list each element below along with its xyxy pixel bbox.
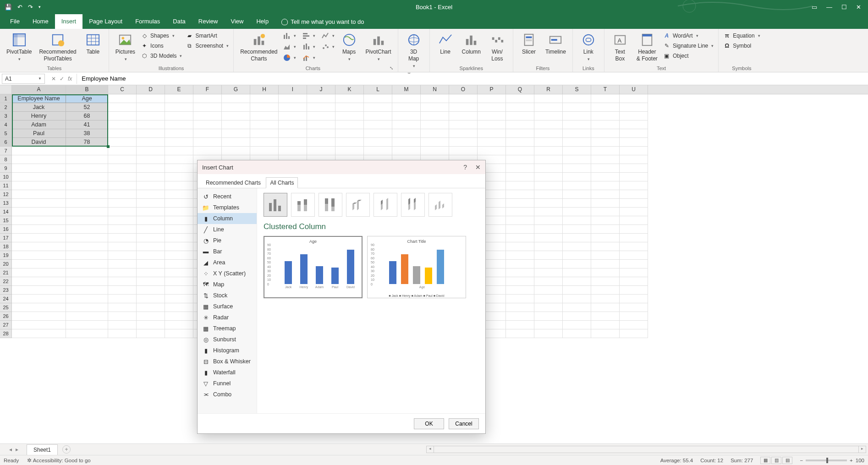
cell-D25[interactable]: [137, 303, 165, 312]
cell-U3[interactable]: [620, 112, 648, 120]
cell-D4[interactable]: [137, 120, 165, 129]
cell-M6[interactable]: [392, 138, 421, 147]
cell-D12[interactable]: [137, 190, 165, 199]
cell-C13[interactable]: [108, 199, 137, 208]
column-chart-dropdown[interactable]: ▾: [282, 32, 297, 40]
cell-T21[interactable]: [591, 268, 620, 277]
cell-R23[interactable]: [534, 286, 563, 295]
chart-preview-1[interactable]: Age JackHenryAdamPaulDavid01020304050607…: [264, 236, 363, 298]
cell-E3[interactable]: [165, 112, 193, 120]
cell-F5[interactable]: [193, 129, 222, 138]
cell-C17[interactable]: [108, 234, 137, 242]
cell-S5[interactable]: [563, 129, 591, 138]
cell-R20[interactable]: [534, 260, 563, 268]
cell-J7[interactable]: [307, 147, 335, 155]
cell-T18[interactable]: [591, 242, 620, 251]
cell-L4[interactable]: [364, 120, 392, 129]
cell-C4[interactable]: [108, 120, 137, 129]
cell-T20[interactable]: [591, 260, 620, 268]
cell-C14[interactable]: [108, 208, 137, 216]
view-normal-icon[interactable]: ▦: [760, 457, 770, 464]
cell-U6[interactable]: [620, 138, 648, 147]
cell-S18[interactable]: [563, 242, 591, 251]
cell-E22[interactable]: [165, 277, 193, 286]
cell-T24[interactable]: [591, 295, 620, 303]
select-all-corner[interactable]: [0, 85, 12, 94]
cell-C9[interactable]: [108, 164, 137, 173]
cell-Q11[interactable]: [506, 181, 534, 190]
cell-P2[interactable]: [478, 103, 506, 112]
cell-U24[interactable]: [620, 295, 648, 303]
cell-K4[interactable]: [335, 120, 364, 129]
cell-H3[interactable]: [250, 112, 279, 120]
cell-E18[interactable]: [165, 242, 193, 251]
cell-L6[interactable]: [364, 138, 392, 147]
cell-C24[interactable]: [108, 295, 137, 303]
chart-category-templates[interactable]: 📁Templates: [198, 202, 257, 213]
cell-A21[interactable]: [12, 268, 66, 277]
cell-O4[interactable]: [449, 120, 478, 129]
cell-D15[interactable]: [137, 216, 165, 225]
pie-chart-dropdown[interactable]: ▾: [282, 54, 297, 62]
cell-D3[interactable]: [137, 112, 165, 120]
cell-Q19[interactable]: [506, 251, 534, 260]
sheet-nav-prev-icon[interactable]: ◂: [9, 446, 12, 453]
cell-I2[interactable]: [279, 103, 307, 112]
minimize-icon[interactable]: —: [826, 4, 832, 11]
cell-S25[interactable]: [563, 303, 591, 312]
chart-category-stock[interactable]: ⇅Stock: [198, 290, 257, 301]
subtype-100-stacked-column[interactable]: [319, 193, 342, 217]
cancel-formula-icon[interactable]: ✕: [51, 76, 56, 82]
name-box[interactable]: A1▼: [2, 74, 45, 84]
cell-E7[interactable]: [165, 147, 193, 155]
cell-Q2[interactable]: [506, 103, 534, 112]
tab-page-layout[interactable]: Page Layout: [82, 14, 129, 29]
charts-dialog-launcher[interactable]: ⤡: [389, 66, 394, 71]
cell-T8[interactable]: [591, 155, 620, 164]
cell-P6[interactable]: [478, 138, 506, 147]
cell-E27[interactable]: [165, 321, 193, 329]
cell-N1[interactable]: [421, 94, 449, 103]
dialog-close-icon[interactable]: ✕: [475, 164, 481, 171]
cell-J2[interactable]: [307, 103, 335, 112]
cell-K5[interactable]: [335, 129, 364, 138]
cell-S10[interactable]: [563, 173, 591, 181]
cell-D27[interactable]: [137, 321, 165, 329]
cell-E6[interactable]: [165, 138, 193, 147]
cell-C23[interactable]: [108, 286, 137, 295]
cell-D19[interactable]: [137, 251, 165, 260]
dialog-titlebar[interactable]: Insert Chart ?✕: [198, 160, 485, 174]
zoom-control[interactable]: − + 100: [800, 458, 864, 463]
cell-S1[interactable]: [563, 94, 591, 103]
cell-C5[interactable]: [108, 129, 137, 138]
bar-chart-dropdown[interactable]: ▾: [302, 32, 316, 40]
cell-M5[interactable]: [392, 129, 421, 138]
cell-Q7[interactable]: [506, 147, 534, 155]
cell-E14[interactable]: [165, 208, 193, 216]
column-header-Q[interactable]: Q: [506, 85, 534, 94]
cell-G1[interactable]: [222, 94, 250, 103]
cell-S24[interactable]: [563, 295, 591, 303]
cell-D26[interactable]: [137, 312, 165, 321]
row-header-12[interactable]: 12: [0, 190, 12, 199]
cell-J3[interactable]: [307, 112, 335, 120]
tab-home[interactable]: Home: [26, 14, 55, 29]
column-header-D[interactable]: D: [137, 85, 165, 94]
cell-L5[interactable]: [364, 129, 392, 138]
row-header-22[interactable]: 22: [0, 277, 12, 286]
pivotchart-button[interactable]: PivotChart▾: [363, 31, 394, 64]
sheet-nav-next-icon[interactable]: ▸: [16, 446, 18, 453]
cell-G7[interactable]: [222, 147, 250, 155]
chart-category-histogram[interactable]: ▮Histogram: [198, 345, 257, 356]
cell-I5[interactable]: [279, 129, 307, 138]
tab-help[interactable]: Help: [250, 14, 275, 29]
cell-A7[interactable]: [12, 147, 66, 155]
smartart-button[interactable]: ▰SmartArt: [185, 32, 230, 40]
cell-A1[interactable]: Employee Name: [12, 94, 66, 103]
cell-E8[interactable]: [165, 155, 193, 164]
cell-A8[interactable]: [12, 155, 66, 164]
column-header-M[interactable]: M: [392, 85, 421, 94]
cell-B8[interactable]: [66, 155, 108, 164]
accessibility-status[interactable]: ✲ Accessibility: Good to go: [27, 457, 90, 464]
chart-preview-2[interactable]: Chart Title Age0102030405060708090 ■ Jac…: [367, 236, 466, 298]
